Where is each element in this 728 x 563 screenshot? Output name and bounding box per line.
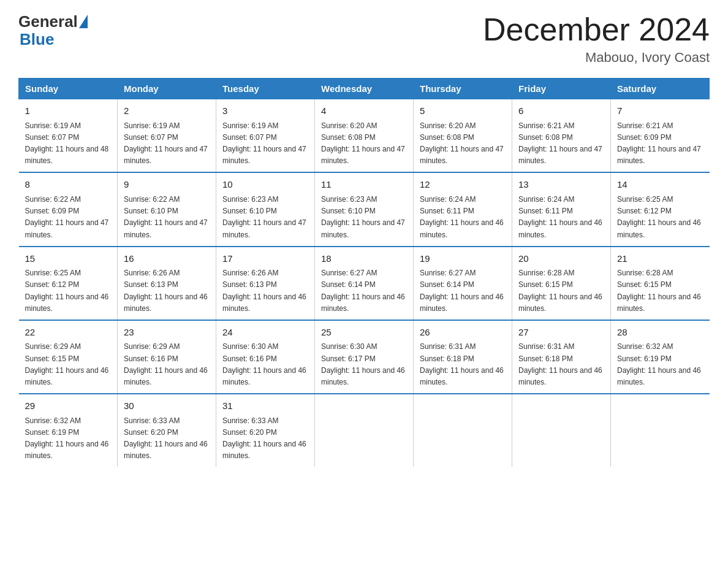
calendar-day-cell: 11Sunrise: 6:23 AMSunset: 6:10 PMDayligh… bbox=[315, 172, 414, 246]
logo: General Blue bbox=[18, 12, 88, 49]
day-info: Sunrise: 6:22 AMSunset: 6:10 PMDaylight:… bbox=[124, 195, 208, 239]
day-number: 22 bbox=[25, 326, 112, 340]
header-saturday: Saturday bbox=[611, 79, 710, 99]
calendar-day-cell: 29Sunrise: 6:32 AMSunset: 6:19 PMDayligh… bbox=[19, 394, 118, 467]
calendar-day-cell bbox=[512, 394, 611, 467]
month-title: December 2024 bbox=[483, 12, 710, 47]
calendar-day-cell: 26Sunrise: 6:31 AMSunset: 6:18 PMDayligh… bbox=[414, 320, 512, 394]
day-info: Sunrise: 6:26 AMSunset: 6:13 PMDaylight:… bbox=[222, 269, 306, 313]
calendar-week-row: 8Sunrise: 6:22 AMSunset: 6:09 PMDaylight… bbox=[19, 172, 710, 246]
page-header: General Blue December 2024 Mabouo, Ivory… bbox=[18, 12, 710, 66]
day-number: 4 bbox=[321, 104, 407, 118]
calendar-day-cell: 30Sunrise: 6:33 AMSunset: 6:20 PMDayligh… bbox=[118, 394, 216, 467]
calendar-day-cell: 3Sunrise: 6:19 AMSunset: 6:07 PMDaylight… bbox=[216, 99, 315, 173]
day-info: Sunrise: 6:33 AMSunset: 6:20 PMDaylight:… bbox=[124, 416, 208, 461]
calendar-day-cell: 5Sunrise: 6:20 AMSunset: 6:08 PMDaylight… bbox=[414, 99, 512, 173]
calendar-day-cell: 28Sunrise: 6:32 AMSunset: 6:19 PMDayligh… bbox=[611, 320, 710, 394]
day-number: 9 bbox=[124, 178, 210, 192]
logo-triangle-icon bbox=[79, 15, 88, 28]
day-info: Sunrise: 6:29 AMSunset: 6:15 PMDaylight:… bbox=[25, 342, 109, 386]
day-number: 31 bbox=[222, 399, 308, 413]
calendar-day-cell: 2Sunrise: 6:19 AMSunset: 6:07 PMDaylight… bbox=[118, 99, 216, 173]
day-number: 8 bbox=[25, 178, 112, 192]
day-info: Sunrise: 6:19 AMSunset: 6:07 PMDaylight:… bbox=[124, 121, 208, 166]
calendar-day-cell: 15Sunrise: 6:25 AMSunset: 6:12 PMDayligh… bbox=[19, 247, 118, 320]
day-info: Sunrise: 6:25 AMSunset: 6:12 PMDaylight:… bbox=[617, 195, 701, 239]
day-info: Sunrise: 6:27 AMSunset: 6:14 PMDaylight:… bbox=[420, 269, 504, 313]
calendar-day-cell: 13Sunrise: 6:24 AMSunset: 6:11 PMDayligh… bbox=[512, 172, 611, 246]
calendar-day-cell: 7Sunrise: 6:21 AMSunset: 6:09 PMDaylight… bbox=[611, 99, 710, 173]
day-number: 7 bbox=[617, 104, 703, 118]
calendar-day-cell: 19Sunrise: 6:27 AMSunset: 6:14 PMDayligh… bbox=[414, 247, 512, 320]
day-info: Sunrise: 6:25 AMSunset: 6:12 PMDaylight:… bbox=[25, 269, 109, 313]
header-sunday: Sunday bbox=[19, 79, 118, 99]
day-number: 21 bbox=[617, 252, 703, 266]
calendar-day-cell: 8Sunrise: 6:22 AMSunset: 6:09 PMDaylight… bbox=[19, 172, 118, 246]
calendar-day-cell: 20Sunrise: 6:28 AMSunset: 6:15 PMDayligh… bbox=[512, 247, 611, 320]
day-number: 26 bbox=[420, 326, 506, 340]
day-number: 25 bbox=[321, 326, 407, 340]
day-info: Sunrise: 6:31 AMSunset: 6:18 PMDaylight:… bbox=[420, 342, 504, 386]
day-number: 18 bbox=[321, 252, 407, 266]
calendar-day-cell: 10Sunrise: 6:23 AMSunset: 6:10 PMDayligh… bbox=[216, 172, 315, 246]
day-number: 2 bbox=[124, 104, 210, 118]
day-number: 27 bbox=[518, 326, 604, 340]
calendar-day-cell: 27Sunrise: 6:31 AMSunset: 6:18 PMDayligh… bbox=[512, 320, 611, 394]
calendar-day-cell bbox=[414, 394, 512, 467]
day-info: Sunrise: 6:21 AMSunset: 6:09 PMDaylight:… bbox=[617, 121, 701, 166]
day-info: Sunrise: 6:32 AMSunset: 6:19 PMDaylight:… bbox=[617, 342, 701, 386]
day-info: Sunrise: 6:23 AMSunset: 6:10 PMDaylight:… bbox=[321, 195, 405, 239]
day-info: Sunrise: 6:19 AMSunset: 6:07 PMDaylight:… bbox=[25, 121, 109, 166]
day-number: 28 bbox=[617, 326, 703, 340]
day-info: Sunrise: 6:20 AMSunset: 6:08 PMDaylight:… bbox=[321, 121, 405, 166]
day-info: Sunrise: 6:19 AMSunset: 6:07 PMDaylight:… bbox=[222, 121, 306, 166]
calendar-day-cell: 17Sunrise: 6:26 AMSunset: 6:13 PMDayligh… bbox=[216, 247, 315, 320]
day-info: Sunrise: 6:31 AMSunset: 6:18 PMDaylight:… bbox=[518, 342, 602, 386]
logo-blue-text: Blue bbox=[18, 30, 54, 49]
calendar-day-cell: 4Sunrise: 6:20 AMSunset: 6:08 PMDaylight… bbox=[315, 99, 414, 173]
day-info: Sunrise: 6:27 AMSunset: 6:14 PMDaylight:… bbox=[321, 269, 405, 313]
calendar-day-cell bbox=[611, 394, 710, 467]
day-info: Sunrise: 6:21 AMSunset: 6:08 PMDaylight:… bbox=[518, 121, 602, 166]
calendar-table: Sunday Monday Tuesday Wednesday Thursday… bbox=[18, 78, 710, 467]
day-number: 17 bbox=[222, 252, 308, 266]
day-number: 19 bbox=[420, 252, 506, 266]
day-number: 3 bbox=[222, 104, 308, 118]
day-info: Sunrise: 6:28 AMSunset: 6:15 PMDaylight:… bbox=[617, 269, 701, 313]
day-info: Sunrise: 6:22 AMSunset: 6:09 PMDaylight:… bbox=[25, 195, 109, 239]
header-thursday: Thursday bbox=[414, 79, 512, 99]
day-number: 30 bbox=[124, 399, 210, 413]
day-number: 20 bbox=[518, 252, 604, 266]
day-number: 15 bbox=[25, 252, 112, 266]
calendar-day-cell: 22Sunrise: 6:29 AMSunset: 6:15 PMDayligh… bbox=[19, 320, 118, 394]
day-number: 6 bbox=[518, 104, 604, 118]
calendar-day-cell: 14Sunrise: 6:25 AMSunset: 6:12 PMDayligh… bbox=[611, 172, 710, 246]
day-info: Sunrise: 6:29 AMSunset: 6:16 PMDaylight:… bbox=[124, 342, 208, 386]
calendar-day-cell bbox=[315, 394, 414, 467]
calendar-day-cell: 16Sunrise: 6:26 AMSunset: 6:13 PMDayligh… bbox=[118, 247, 216, 320]
header-wednesday: Wednesday bbox=[315, 79, 414, 99]
calendar-week-row: 29Sunrise: 6:32 AMSunset: 6:19 PMDayligh… bbox=[19, 394, 710, 467]
day-info: Sunrise: 6:32 AMSunset: 6:19 PMDaylight:… bbox=[25, 416, 109, 461]
calendar-day-cell: 23Sunrise: 6:29 AMSunset: 6:16 PMDayligh… bbox=[118, 320, 216, 394]
day-number: 14 bbox=[617, 178, 703, 192]
calendar-day-cell: 31Sunrise: 6:33 AMSunset: 6:20 PMDayligh… bbox=[216, 394, 315, 467]
day-info: Sunrise: 6:33 AMSunset: 6:20 PMDaylight:… bbox=[222, 416, 306, 461]
day-info: Sunrise: 6:20 AMSunset: 6:08 PMDaylight:… bbox=[420, 121, 504, 166]
day-number: 12 bbox=[420, 178, 506, 192]
day-info: Sunrise: 6:26 AMSunset: 6:13 PMDaylight:… bbox=[124, 269, 208, 313]
day-number: 29 bbox=[25, 399, 112, 413]
day-number: 13 bbox=[518, 178, 604, 192]
day-number: 5 bbox=[420, 104, 506, 118]
calendar-day-cell: 12Sunrise: 6:24 AMSunset: 6:11 PMDayligh… bbox=[414, 172, 512, 246]
calendar-day-cell: 1Sunrise: 6:19 AMSunset: 6:07 PMDaylight… bbox=[19, 99, 118, 173]
header-monday: Monday bbox=[118, 79, 216, 99]
calendar-day-cell: 18Sunrise: 6:27 AMSunset: 6:14 PMDayligh… bbox=[315, 247, 414, 320]
calendar-week-row: 15Sunrise: 6:25 AMSunset: 6:12 PMDayligh… bbox=[19, 247, 710, 320]
title-area: December 2024 Mabouo, Ivory Coast bbox=[483, 12, 710, 66]
day-info: Sunrise: 6:30 AMSunset: 6:17 PMDaylight:… bbox=[321, 342, 405, 386]
location-subtitle: Mabouo, Ivory Coast bbox=[483, 50, 710, 66]
calendar-day-cell: 6Sunrise: 6:21 AMSunset: 6:08 PMDaylight… bbox=[512, 99, 611, 173]
day-info: Sunrise: 6:23 AMSunset: 6:10 PMDaylight:… bbox=[222, 195, 306, 239]
day-info: Sunrise: 6:30 AMSunset: 6:16 PMDaylight:… bbox=[222, 342, 306, 386]
